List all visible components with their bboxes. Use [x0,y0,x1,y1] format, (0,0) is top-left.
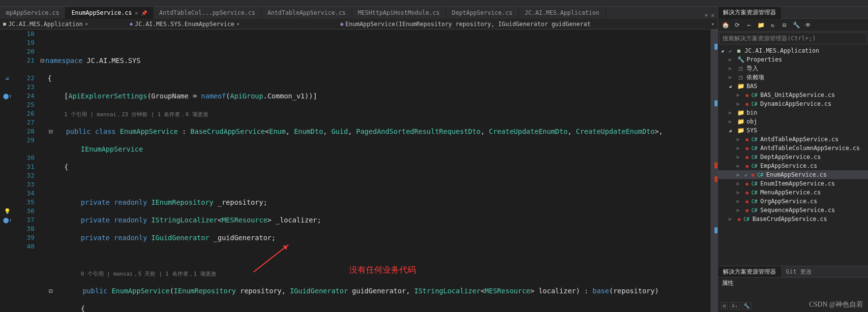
tree-item[interactable]: ◢📁SYS [718,126,868,135]
vertical-scrollbar[interactable] [711,30,718,312]
fold-icon[interactable]: ⊟ [48,127,54,136]
tree-item[interactable]: ▷◳依赖项 [718,73,868,82]
tree-item[interactable]: ▷●C#DynamicAppService.cs [718,99,868,108]
expand-icon[interactable]: ▷ [729,57,735,62]
expand-icon[interactable]: ▷ [737,208,743,213]
expand-icon[interactable]: ▷ [729,75,735,80]
fold-icon[interactable]: ⊟ [48,286,54,295]
expand-icon[interactable]: ▷ [737,146,743,151]
tab-2[interactable]: AntdTableCol...ppService.cs [153,7,262,19]
expand-icon[interactable]: ▷ [737,93,743,97]
fold-icon[interactable]: ⊟ [39,56,45,65]
expand-icon[interactable]: ▷ [737,163,743,168]
lightbulb-icon[interactable]: 💡 [4,208,11,215]
tree-item[interactable]: ▷●C#AntdTableAppService.cs [718,135,868,144]
expand-icon[interactable]: ◢ [729,128,735,133]
subtab-solution[interactable]: 解决方案资源管理器 [718,266,781,277]
pin-icon[interactable]: 📌 [141,10,147,16]
expand-icon[interactable]: ▷ [737,190,743,195]
properties-icon[interactable]: 🔧 [792,21,801,30]
breadcrumb-method[interactable]: ◉ EnumAppService(IEnumRepository reposit… [340,21,709,28]
tree-root[interactable]: ◢ ✔ ◼ JC.AI.MES.Application [718,46,868,55]
tree-item[interactable]: ▷📁bin [718,108,868,117]
codelens[interactable]: 0 个引用 | mansai，5 天前 | 1 名作者，1 项更改 [81,271,216,277]
back-icon[interactable]: ← [745,21,753,30]
close-icon[interactable]: ✕ [135,10,138,16]
tree-item[interactable]: ▷●C#OrgAppService.cs [718,197,868,206]
tree-item-label: 依赖项 [747,73,764,82]
tree-item[interactable]: ▷●C#EmpAppService.cs [718,161,868,170]
csharp-file-icon: C# [756,172,764,178]
git-status-icon: ● [746,181,748,187]
expand-icon[interactable]: ◢ [729,84,735,89]
collapse-icon[interactable]: ⊟ [780,21,789,30]
tab-settings-icon[interactable]: ✕ [711,12,715,19]
tree-item-label: AntdTableColumnAppService.cs [760,145,860,152]
tree-item[interactable]: ▷◳导入 [718,64,868,73]
git-status-icon: ● [746,190,748,195]
expand-icon[interactable]: ▷ [729,66,735,71]
home-icon[interactable]: 🏠 [721,21,730,30]
expand-icon[interactable]: ▷ [737,155,743,159]
csharp-file-icon: C# [750,199,758,204]
tree-item[interactable]: ▷●C#MenuAppService.cs [718,188,868,197]
tab-overflow-icon[interactable]: ▾ [705,12,708,19]
refresh-icon[interactable]: ↻ [768,21,777,30]
annotation-text: 没有任何业务代码 [349,266,416,275]
watermark: CSDN @神色自若 [809,300,863,309]
expand-icon[interactable]: ▷ [729,110,735,115]
wrench-icon[interactable]: 🔧 [742,302,751,310]
git-status-icon: ● [751,172,754,178]
check-icon: ✔ [745,172,748,178]
tree-item-label: EnumAppService.cs [766,171,827,178]
tree-item-label: EmpAppService.cs [760,162,817,169]
codelens[interactable]: 1 个引用 | mansai，23 分钟前 | 1 名作者，6 项更改 [64,111,209,118]
tab-6[interactable]: JC.AI.MES.Application [519,7,606,19]
solution-explorer-tab[interactable]: 解决方案资源管理器 [718,7,781,19]
expand-icon[interactable]: ▷ [737,181,743,186]
expand-icon[interactable]: ▷ [737,137,743,142]
tree-item[interactable]: ▷●C#BAS_UnitAppService.cs [718,91,868,99]
tree-item-label: bin [747,109,757,116]
tree-item-label: BaseCrudAppService.cs [752,216,827,222]
tree-item[interactable]: ▷●C#DeptAppService.cs [718,153,868,161]
git-status-icon: ● [746,93,748,98]
alphabetical-icon[interactable]: A↓ [730,302,740,310]
tree-item[interactable]: ▷🔧Properties [718,55,868,64]
change-glyph[interactable]: ⬤↑ [3,217,12,223]
tab-1[interactable]: EnumAppService.cs✕📌 [65,7,153,19]
tree-item[interactable]: ▷✔●C#EnumAppService.cs [718,170,868,179]
tab-5[interactable]: DeptAppService.cs [446,7,519,19]
tree-item[interactable]: ▷●C#AntdTableColumnAppService.cs [718,144,868,153]
tree-item[interactable]: ▷📁obj [718,117,868,126]
expand-icon[interactable]: ▷ [737,199,743,204]
breadcrumb-project[interactable]: ◼ JC.AI.MES.Application [3,21,83,28]
tree-item[interactable]: ◢📁BAS [718,82,868,91]
code-editor[interactable]: ⊟namespace JC.AI.MES.SYS { [ApiExplorerS… [39,30,711,312]
tree-item[interactable]: ▷●C#EnumItemAppService.cs [718,179,868,188]
csharp-file-icon: C# [750,190,758,195]
preview-icon[interactable]: 👁 [804,21,812,30]
change-glyph[interactable]: ⬤↑ [3,93,12,99]
tree-item[interactable]: ▷●C#BaseCrudAppService.cs [718,215,868,223]
subtab-git[interactable]: Git 更改 [781,266,817,277]
expand-icon[interactable]: ◢ [721,48,727,53]
csharp-file-icon: C# [743,217,750,222]
categorized-icon[interactable]: ⊞ [721,302,728,310]
tab-0[interactable]: mpAppService.cs [0,7,65,19]
git-status-icon: ● [746,208,748,213]
tab-4[interactable]: MESHttpApiHostModule.cs [352,7,446,19]
breadcrumb-bar: ◼ JC.AI.MES.Application ▾ ◆ JC.AI.MES.SY… [0,19,718,30]
sync-icon[interactable]: ⟳ [733,21,742,30]
reference-glyph[interactable]: ⇄ [6,75,9,82]
expand-icon[interactable]: ▷ [729,119,735,124]
expand-icon[interactable]: ▷ [737,172,743,177]
breadcrumb-namespace[interactable]: ◆ JC.AI.MES.SYS.EnumAppService [130,21,235,28]
expand-icon[interactable]: ▷ [729,217,735,221]
search-input[interactable]: 搜索解决方案资源管理器(Ctrl+;) [719,32,867,44]
show-all-icon[interactable]: 📁 [756,21,765,30]
expand-icon[interactable]: ▷ [737,101,743,106]
tree-item[interactable]: ▷●C#SequenceAppService.cs [718,206,868,215]
tree-item-label: BAS_UnitAppService.cs [760,92,835,98]
tab-3[interactable]: AntdTableAppService.cs [262,7,352,19]
